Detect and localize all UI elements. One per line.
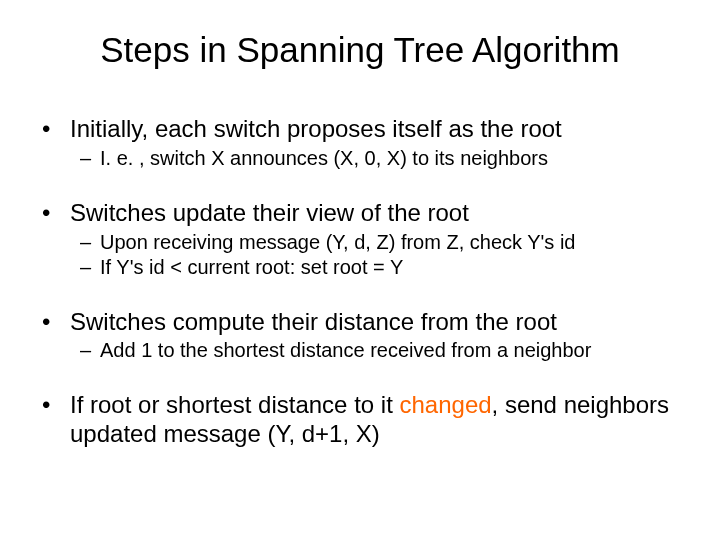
bullet-item: • Initially, each switch proposes itself…: [40, 115, 680, 171]
sub-text: I. e. , switch X announces (X, 0, X) to …: [100, 146, 548, 171]
sub-item: – Add 1 to the shortest distance receive…: [80, 338, 680, 363]
sub-list: – Upon receiving message (Y, d, Z) from …: [80, 230, 680, 280]
slide-title: Steps in Spanning Tree Algorithm: [40, 30, 680, 70]
bullet-item: • Switches compute their distance from t…: [40, 308, 680, 364]
dash-marker: –: [80, 255, 100, 280]
dash-marker: –: [80, 146, 100, 171]
sub-text: Add 1 to the shortest distance received …: [100, 338, 591, 363]
bullet-item: • If root or shortest distance to it cha…: [40, 391, 680, 449]
bullet-text: Switches compute their distance from the…: [70, 308, 557, 337]
bullet-text: If root or shortest distance to it chang…: [70, 391, 680, 449]
sub-text: If Y's id < current root: set root = Y: [100, 255, 403, 280]
dash-marker: –: [80, 230, 100, 255]
bullet-marker: •: [40, 199, 70, 228]
bullet-text: Initially, each switch proposes itself a…: [70, 115, 562, 144]
bullet-list: • Initially, each switch proposes itself…: [40, 115, 680, 449]
dash-marker: –: [80, 338, 100, 363]
sub-item: – If Y's id < current root: set root = Y: [80, 255, 680, 280]
bullet-marker: •: [40, 308, 70, 337]
sub-list: – Add 1 to the shortest distance receive…: [80, 338, 680, 363]
bullet-item: • Switches update their view of the root…: [40, 199, 680, 280]
slide: Steps in Spanning Tree Algorithm • Initi…: [0, 0, 720, 497]
bullet-marker: •: [40, 391, 70, 420]
sub-item: – Upon receiving message (Y, d, Z) from …: [80, 230, 680, 255]
sub-item: – I. e. , switch X announces (X, 0, X) t…: [80, 146, 680, 171]
highlight-word: changed: [399, 391, 491, 418]
bullet-marker: •: [40, 115, 70, 144]
bullet-text: Switches update their view of the root: [70, 199, 469, 228]
sub-text: Upon receiving message (Y, d, Z) from Z,…: [100, 230, 576, 255]
sub-list: – I. e. , switch X announces (X, 0, X) t…: [80, 146, 680, 171]
